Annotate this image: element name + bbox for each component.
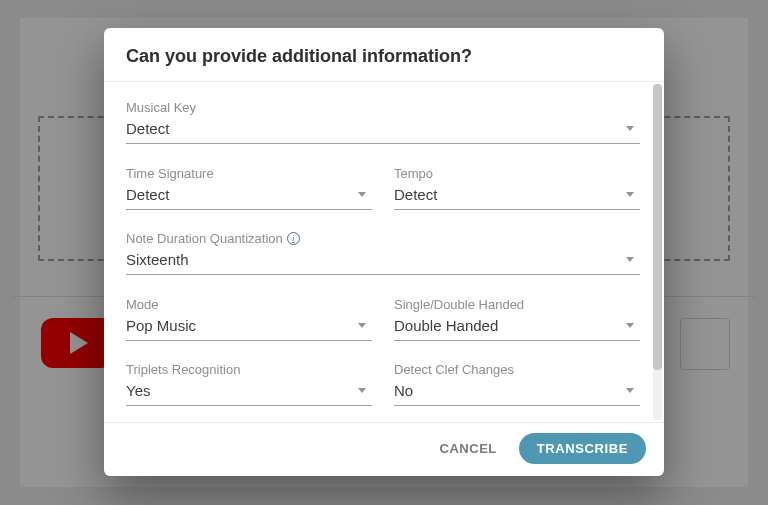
chevron-down-icon [626,257,634,262]
chevron-down-icon [358,388,366,393]
label-quantization: Note Duration Quantization i [126,231,640,246]
modal-body-wrap: Musical Key Detect Time Signature Detect… [104,81,664,423]
label-tempo: Tempo [394,166,640,181]
chevron-down-icon [626,323,634,328]
select-clef[interactable]: No [394,380,640,406]
field-mode: Mode Pop Music [126,285,372,351]
chevron-down-icon [626,388,634,393]
select-mode[interactable]: Pop Music [126,315,372,341]
label-musical-key: Musical Key [126,100,640,115]
select-quantization[interactable]: Sixteenth [126,249,640,275]
info-icon[interactable]: i [287,232,300,245]
chevron-down-icon [626,192,634,197]
cancel-button[interactable]: CANCEL [434,433,503,464]
transcribe-button[interactable]: TRANSCRIBE [519,433,646,464]
select-handed[interactable]: Double Handed [394,315,640,341]
select-triplets[interactable]: Yes [126,380,372,406]
select-value: Double Handed [394,317,498,334]
chevron-down-icon [358,192,366,197]
modal-body: Musical Key Detect Time Signature Detect… [104,82,664,422]
modal-overlay: Can you provide additional information? … [0,0,768,505]
select-value: Pop Music [126,317,196,334]
modal-title: Can you provide additional information? [104,28,664,81]
select-tempo[interactable]: Detect [394,184,640,210]
field-triplets: Triplets Recognition Yes [126,350,372,416]
label-clef: Detect Clef Changes [394,362,640,377]
field-handed: Single/Double Handed Double Handed [394,285,640,351]
select-value: Yes [126,382,150,399]
select-value: Detect [126,120,169,137]
label-time-signature: Time Signature [126,166,372,181]
select-value: Detect [394,186,437,203]
field-time-signature: Time Signature Detect [126,154,372,220]
scrollbar-thumb[interactable] [653,84,662,370]
select-value: Sixteenth [126,251,189,268]
label-handed: Single/Double Handed [394,297,640,312]
select-time-signature[interactable]: Detect [126,184,372,210]
chevron-down-icon [626,126,634,131]
field-tempo: Tempo Detect [394,154,640,220]
label-triplets: Triplets Recognition [126,362,372,377]
field-clef: Detect Clef Changes No [394,350,640,416]
scrollbar[interactable] [653,84,662,420]
select-value: No [394,382,413,399]
select-value: Detect [126,186,169,203]
field-quantization: Note Duration Quantization i Sixteenth [126,219,640,285]
modal-footer: CANCEL TRANSCRIBE [104,423,664,476]
chevron-down-icon [358,323,366,328]
label-mode: Mode [126,297,372,312]
label-quantization-text: Note Duration Quantization [126,231,283,246]
field-musical-key: Musical Key Detect [126,88,640,154]
select-musical-key[interactable]: Detect [126,118,640,144]
additional-info-modal: Can you provide additional information? … [104,28,664,476]
